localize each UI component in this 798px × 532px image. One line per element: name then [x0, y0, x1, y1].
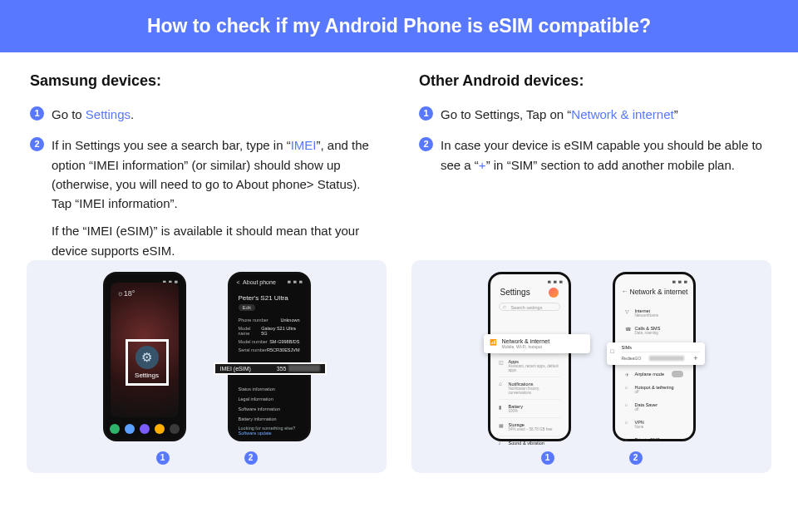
- network-list-item: Private DNS: [625, 433, 683, 446]
- info-row: Model numberSM-G998B/DS: [239, 337, 300, 346]
- step-number-badge: 1: [419, 106, 433, 121]
- dock-app-icon: [125, 424, 135, 434]
- settings-list-item: NotificationsNotification history, conve…: [499, 377, 560, 399]
- other-screenshots-panel: ▄ ▄ ▄ Settings Search settings Network &…: [411, 260, 771, 473]
- imei-value-prefix: 355: [277, 366, 287, 372]
- network-internet-callout: Network & internet Mobile, Wi-Fi, hotspo…: [484, 334, 590, 353]
- screenshot-label-1: 1: [156, 451, 170, 465]
- plus-link-text: +: [479, 158, 486, 172]
- samsung-step-2-extra: If the “IMEI (eSIM)” is available it sho…: [30, 221, 379, 260]
- samsung-step-1: 1 Go to Settings.: [30, 105, 379, 124]
- step-text: Go to Settings, Tap on “: [441, 107, 571, 121]
- network-internet-title: Network & internet: [630, 288, 688, 296]
- settings-list-item: Storage54% used – 58.78 GB free: [499, 417, 560, 436]
- step-text: ”: [674, 107, 678, 121]
- samsung-step-2: 2 If in Settings you see a search bar, t…: [30, 135, 379, 213]
- device-name: Peter's S21 Ultra: [239, 294, 288, 302]
- other-screenshot-1: ▄ ▄ ▄ Settings Search settings Network &…: [488, 272, 571, 441]
- samsung-screenshot-1: ▄ ▄ ▄ ☼18° ⚙ Settings: [103, 272, 186, 441]
- other-screenshot-2: ▄ ▄ ▄ ← Network & internet InternetNetwo…: [613, 272, 696, 441]
- other-step-2: 2 In case your device is eSIM capable yo…: [419, 135, 768, 175]
- network-list-top: InternetNetworkNameCalls & SMSData, roam…: [625, 304, 683, 339]
- weather-widget: ☼18°: [117, 289, 135, 298]
- about-phone-header: < About phone: [237, 279, 276, 285]
- status-bar-icons: ▄ ▄ ▄: [548, 278, 563, 283]
- imei-esim-callout: IMEI (eSIM) 355: [214, 362, 327, 375]
- sim-blurred: [649, 356, 684, 361]
- dock-icons: [106, 424, 184, 434]
- screenshot-label-2: 2: [244, 451, 258, 465]
- screenshot-strip: ▄ ▄ ▄ ☼18° ⚙ Settings ▄ ▄ ▄ < About phon…: [0, 260, 798, 493]
- about-link: Battery information: [239, 414, 300, 424]
- edit-button: Edit: [239, 304, 255, 311]
- avatar-icon: [549, 288, 559, 298]
- step-text: If in Settings you see a search bar, typ…: [52, 138, 291, 152]
- step-number-badge: 2: [419, 137, 433, 151]
- dock-app-icon: [110, 424, 120, 434]
- settings-list: AppsAssistant, recent apps, default apps…: [499, 354, 560, 450]
- step-text: .: [131, 107, 134, 121]
- info-row: Phone numberUnknown: [239, 316, 300, 324]
- screenshot-label-1: 1: [541, 451, 554, 465]
- about-link: Software information: [239, 404, 300, 414]
- imei-esim-label: IMEI (eSIM): [220, 366, 251, 372]
- settings-app-label: Settings: [135, 372, 159, 379]
- step-number-badge: 2: [30, 137, 44, 151]
- sims-label: SIMs: [622, 345, 700, 350]
- network-list-item: VPNNone: [625, 416, 683, 433]
- back-arrow-icon: ←: [622, 288, 628, 295]
- settings-title: Settings: [500, 288, 530, 297]
- step-number-badge: 1: [30, 106, 44, 121]
- settings-list-item: Battery100%: [499, 399, 560, 417]
- status-bar-icons: ▄ ▄ ▄: [288, 278, 303, 283]
- other-column: Other Android devices: 1 Go to Settings,…: [399, 72, 768, 260]
- toggle-icon: [672, 371, 683, 377]
- about-links: Status informationLegal informationSoftw…: [239, 384, 300, 424]
- settings-list-item: AppsAssistant, recent apps, default apps: [499, 354, 560, 377]
- samsung-screenshots-panel: ▄ ▄ ▄ ☼18° ⚙ Settings ▄ ▄ ▄ < About phon…: [27, 260, 387, 473]
- dock-app-icon: [140, 424, 150, 434]
- settings-app-highlight: ⚙ Settings: [126, 339, 169, 386]
- dock-app-icon: [170, 424, 180, 434]
- network-list-item: Hotspot & tetheringoff: [625, 381, 683, 398]
- plus-icon: +: [692, 354, 699, 362]
- imei-link-text: IMEI: [291, 138, 317, 152]
- other-heading: Other Android devices:: [419, 72, 768, 90]
- samsung-column: Samsung devices: 1 Go to Settings. 2 If …: [30, 72, 399, 260]
- other-step-1: 1 Go to Settings, Tap on “Network & inte…: [419, 105, 768, 124]
- info-row: Model nameGalaxy S21 Ultra 5G: [239, 324, 300, 337]
- network-list-item: Data Saveroff: [625, 398, 683, 416]
- dock-app-icon: [155, 424, 165, 434]
- page-title: How to check if my Android Phone is eSIM…: [0, 0, 798, 52]
- step-text: Go to: [52, 107, 86, 121]
- settings-list-item: Sound & vibration: [499, 436, 560, 450]
- samsung-heading: Samsung devices:: [30, 72, 379, 90]
- samsung-screenshot-2: ▄ ▄ ▄ < About phone Peter's S21 Ultra Ed…: [228, 272, 311, 441]
- network-list-item: Airplane mode: [625, 367, 683, 381]
- search-settings-bar: Search settings: [499, 303, 560, 311]
- info-row: Serial numberR5CR30ESJVM: [239, 346, 300, 354]
- instruction-columns: Samsung devices: 1 Go to Settings. 2 If …: [0, 52, 798, 260]
- status-bar-icons: ▄ ▄ ▄: [672, 278, 687, 283]
- about-link: Status information: [239, 384, 300, 394]
- about-footer: Looking for something else? Software upd…: [239, 426, 296, 436]
- imei-value-blurred: [288, 365, 320, 372]
- info-rows: Phone numberUnknownModel nameGalaxy S21 …: [239, 316, 300, 354]
- sims-callout: SIMs RedteaGO +: [607, 342, 705, 365]
- callout-title: Network & internet: [502, 338, 584, 344]
- step-text: ” in “SIM” section to add another mobile…: [486, 158, 735, 172]
- network-list-bottom: Airplane modeHotspot & tetheringoffData …: [625, 367, 683, 446]
- screenshot-label-2: 2: [629, 451, 643, 465]
- status-bar-icons: ▄ ▄ ▄: [163, 278, 178, 283]
- network-internet-link-text: Network & internet: [571, 107, 673, 121]
- network-list-item: InternetNetworkName: [625, 304, 683, 322]
- network-list-item: Calls & SMSData, roaming: [625, 322, 683, 339]
- sim-carrier-tag: RedteaGO: [622, 356, 642, 361]
- gear-icon: ⚙: [135, 346, 159, 369]
- callout-subtitle: Mobile, Wi-Fi, hotspot: [502, 344, 584, 349]
- settings-link-text: Settings: [86, 107, 131, 121]
- about-link: Legal information: [239, 394, 300, 404]
